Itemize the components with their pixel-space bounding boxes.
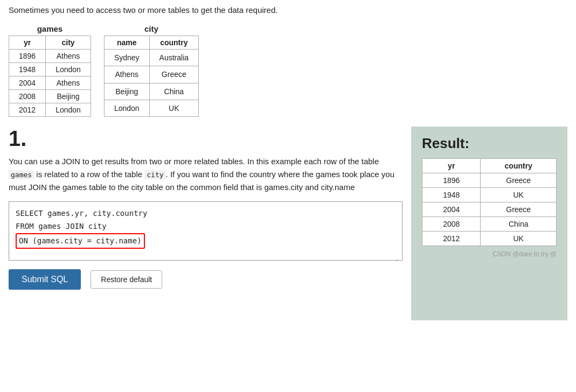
- table-row: 1896Greece: [422, 173, 557, 188]
- table-row: 2012UK: [422, 232, 557, 246]
- table-row: AthensGreece: [104, 66, 198, 83]
- main-layout: 1. You can use a JOIN to get results fro…: [9, 127, 567, 320]
- table-row: 2004Greece: [422, 202, 557, 217]
- table-row: 1948London: [9, 63, 91, 76]
- sql-code-box[interactable]: SELECT games.yr, city.country FROM games…: [9, 201, 402, 261]
- table-row: 1948UK: [422, 188, 557, 202]
- city-table-title: city: [104, 22, 199, 36]
- sql-line3-highlighted: ON (games.city = city.name): [16, 233, 145, 249]
- restore-default-button[interactable]: Restore default: [91, 270, 162, 289]
- desc-before-join: You can use a JOIN to get results from t…: [9, 157, 379, 166]
- table-row: 2008China: [422, 217, 557, 232]
- games-table: games yr city 1896Athens1948London2004At…: [9, 22, 91, 117]
- table-row: BeijingChina: [104, 83, 198, 100]
- games-col-city: city: [46, 36, 91, 50]
- description: You can use a JOIN to get results from t…: [9, 155, 402, 194]
- watermark: CSDN @dare to try @: [422, 250, 557, 258]
- city-table: city name country SydneyAustraliaAthensG…: [104, 22, 199, 117]
- table-row: 2012London: [9, 103, 91, 117]
- desc-code1: games: [9, 170, 34, 179]
- resize-handle: ⌟: [395, 253, 400, 258]
- buttons-row: Submit SQL Restore default: [9, 269, 402, 290]
- table-row: 2008Beijing: [9, 90, 91, 103]
- intro-text: Sometimes you need to access two or more…: [9, 5, 567, 15]
- result-title: Result:: [422, 135, 557, 152]
- left-panel: 1. You can use a JOIN to get results fro…: [9, 127, 411, 320]
- sql-line1: SELECT games.yr, city.country: [16, 207, 395, 220]
- table-row: 2004Athens: [9, 76, 91, 90]
- desc-middle1: is related to a row of the table: [34, 170, 144, 179]
- city-col-name: name: [104, 36, 149, 50]
- city-col-country: country: [149, 36, 198, 50]
- table-row: 1896Athens: [9, 50, 91, 63]
- desc-code2: city: [144, 170, 165, 179]
- result-col-country: country: [481, 159, 557, 173]
- result-table: yr country 1896Greece1948UK2004Greece200…: [422, 158, 557, 246]
- sql-line3: ON (games.city = city.name): [16, 233, 395, 249]
- result-col-yr: yr: [422, 159, 481, 173]
- right-panel: Result: yr country 1896Greece1948UK2004G…: [411, 127, 567, 320]
- tables-section: games yr city 1896Athens1948London2004At…: [9, 22, 567, 117]
- table-row: LondonUK: [104, 100, 198, 116]
- games-col-yr: yr: [9, 36, 46, 50]
- table-row: SydneyAustralia: [104, 50, 198, 66]
- submit-sql-button[interactable]: Submit SQL: [9, 269, 81, 290]
- section-number: 1.: [9, 127, 402, 151]
- sql-line2: FROM games JOIN city: [16, 220, 395, 233]
- games-table-title: games: [9, 22, 91, 36]
